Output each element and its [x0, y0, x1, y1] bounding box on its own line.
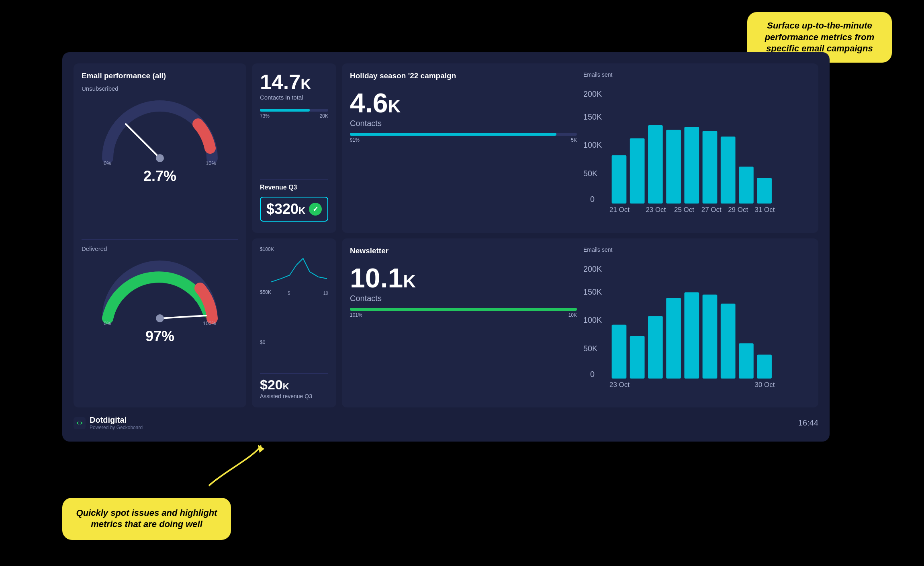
svg-rect-18 [739, 167, 754, 204]
unsubscribed-label: Unsubscribed [82, 85, 119, 92]
gauge-max: 10% [206, 160, 216, 166]
delivered-gauge: 0% 100% 97% [82, 256, 238, 345]
svg-text:50K: 50K [583, 344, 597, 353]
newsletter-title: Newsletter [350, 246, 577, 255]
svg-rect-39 [757, 354, 772, 378]
contacts-panel: 14.7K Contacts in total 73% 20K Revenue … [252, 63, 336, 233]
holiday-progress-track [350, 133, 577, 136]
svg-text:30 Oct: 30 Oct [755, 381, 775, 389]
newsletter-left: Newsletter 10.1K Contacts 101% 10K [350, 246, 577, 400]
footer-brand: Dotdigital Powered by Geckoboard [74, 415, 143, 430]
revenue-value: $320K [266, 201, 305, 218]
svg-text:100K: 100K [583, 140, 602, 149]
brand-powered: Powered by Geckoboard [90, 425, 143, 430]
brand-name: Dotdigital [90, 415, 143, 425]
svg-text:150K: 150K [583, 287, 602, 296]
delivered-label: Delivered [82, 245, 107, 252]
contacts-progress-labels: 73% 20K [260, 113, 328, 119]
svg-text:27 Oct: 27 Oct [701, 206, 722, 214]
svg-rect-19 [757, 178, 772, 204]
svg-text:50K: 50K [583, 169, 597, 178]
delivered-gauge-max: 100% [203, 320, 216, 326]
holiday-panel: Holiday season '22 campaign 4.6K Contact… [342, 63, 818, 233]
contacts-progress-right: 20K [320, 113, 328, 119]
holiday-chart-title: Emails sent [583, 71, 810, 78]
holiday-contacts-label: Contacts [350, 119, 577, 128]
svg-rect-31 [612, 324, 627, 378]
newsletter-contacts-label: Contacts [350, 294, 577, 303]
contacts-progress: 73% 20K [260, 109, 328, 119]
svg-text:0: 0 [590, 195, 595, 204]
holiday-progress: 91% 5K [350, 133, 577, 143]
svg-text:0: 0 [590, 369, 595, 378]
svg-rect-11 [612, 155, 627, 204]
check-icon: ✓ [309, 203, 322, 216]
left-panel: Email performance (all) Unsubscribed [74, 63, 246, 407]
contacts-value: 14.7 [260, 70, 301, 94]
dotdigital-logo-icon [74, 417, 86, 429]
newsletter-progress-track [350, 308, 577, 311]
contacts-progress-track [260, 109, 328, 112]
dashboard-grid: Email performance (all) Unsubscribed [74, 63, 818, 407]
holiday-chart-section: Emails sent 200K 150K 100K 50K 0 [583, 71, 810, 225]
chart-label-10: 10 [323, 291, 328, 295]
newsletter-progress-left: 101% [350, 312, 362, 318]
holiday-contacts-value: 4.6 [350, 88, 388, 118]
dashboard-footer: Dotdigital Powered by Geckoboard 16:44 [74, 412, 818, 430]
holiday-title: Holiday season '22 campaign [350, 71, 577, 80]
newsletter-panel: Newsletter 10.1K Contacts 101% 10K [342, 238, 818, 408]
svg-text:200K: 200K [583, 90, 602, 98]
newsletter-panel-inner: Newsletter 10.1K Contacts 101% 10K [350, 246, 810, 400]
left-panel-title: Email performance (all) [82, 71, 238, 80]
svg-text:21 Oct: 21 Oct [609, 206, 630, 214]
svg-text:200K: 200K [583, 265, 602, 273]
holiday-progress-right: 5K [571, 137, 577, 143]
svg-text:23 Oct: 23 Oct [646, 206, 666, 214]
holiday-left: Holiday season '22 campaign 4.6K Contact… [350, 71, 577, 225]
svg-text:100K: 100K [583, 316, 602, 324]
assisted-revenue-label: Assisted revenue Q3 [260, 393, 328, 399]
svg-rect-17 [721, 136, 736, 204]
delivered-section: Delivered 0% [82, 239, 238, 399]
unsubscribed-gauge: 0% 10% 2.7% [82, 96, 238, 185]
svg-rect-12 [630, 138, 645, 203]
dashboard: Email performance (all) Unsubscribed [62, 52, 830, 442]
mid-bottom-panel: $100K $50K $0 5 10 $20K [252, 238, 336, 408]
holiday-progress-left: 91% [350, 137, 360, 143]
newsletter-progress-labels: 101% 10K [350, 312, 577, 318]
svg-text:31 Oct: 31 Oct [755, 206, 775, 214]
svg-rect-38 [739, 343, 754, 379]
contacts-suffix: K [301, 76, 311, 92]
newsletter-chart-title: Emails sent [583, 246, 810, 253]
svg-text:25 Oct: 25 Oct [674, 206, 694, 214]
svg-line-2 [126, 124, 160, 158]
svg-rect-34 [666, 298, 681, 379]
gauge-labels: 0% 10% [104, 160, 216, 166]
chart-label-5: 5 [288, 291, 290, 295]
svg-text:29 Oct: 29 Oct [728, 206, 748, 214]
footer-time: 16:44 [798, 418, 818, 428]
svg-rect-36 [703, 294, 718, 378]
contacts-in-total-label: Contacts in total [260, 94, 328, 101]
svg-rect-13 [648, 125, 663, 204]
svg-rect-35 [684, 292, 699, 379]
assisted-revenue-value: $20 [260, 377, 283, 392]
unsubscribed-section: Unsubscribed 0% 10% [82, 85, 238, 239]
revenue-title: Revenue Q3 [260, 184, 328, 191]
holiday-panel-inner: Holiday season '22 campaign 4.6K Contact… [350, 71, 810, 225]
svg-rect-33 [648, 316, 663, 378]
callout-bottom-left: Quickly spot issues and highlight metric… [62, 498, 231, 540]
contacts-progress-fill [260, 109, 310, 112]
newsletter-contacts-value: 10.1 [350, 263, 403, 293]
newsletter-progress-fill [350, 308, 577, 311]
holiday-progress-labels: 91% 5K [350, 137, 577, 143]
delivered-gauge-min: 0% [104, 320, 111, 326]
svg-point-43 [78, 421, 81, 425]
unsubscribed-value: 2.7% [143, 168, 176, 185]
gauge-min: 0% [104, 160, 111, 166]
svg-line-4 [160, 316, 206, 318]
revenue-box: $320K ✓ [260, 197, 328, 222]
holiday-progress-fill [350, 133, 556, 136]
svg-rect-15 [684, 127, 699, 204]
svg-text:23 Oct: 23 Oct [609, 381, 630, 389]
